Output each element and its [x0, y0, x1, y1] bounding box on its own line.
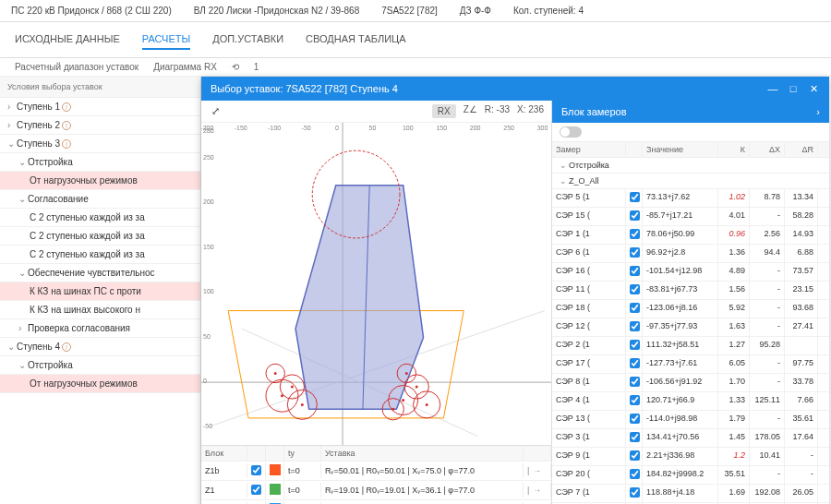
- action-arrow-icon[interactable]: →: [533, 486, 541, 495]
- tree-item-14[interactable]: ⌄Отстройка: [0, 356, 200, 375]
- col-ty: ty: [284, 446, 321, 461]
- meas-dr: 93.68: [785, 300, 818, 318]
- svg-point-17: [402, 399, 404, 402]
- maximize-icon[interactable]: □: [787, 82, 800, 95]
- tree-item-10[interactable]: К КЗ на шинах ПС с проти: [0, 282, 200, 301]
- meas-dr: 73.57: [785, 263, 818, 281]
- close-icon[interactable]: ✕: [807, 82, 820, 95]
- tree-item-7[interactable]: С 2 ступенью каждой из за: [0, 227, 200, 246]
- meas-check[interactable]: [630, 414, 640, 424]
- rx-diagram-canvas[interactable]: -200-150-100-50050100150200250300-500501…: [201, 123, 551, 445]
- mode-z-button[interactable]: Z∠: [464, 104, 477, 118]
- minimize-icon[interactable]: —: [766, 82, 779, 95]
- action-arrow-icon[interactable]: →: [533, 466, 541, 475]
- action-edit-icon[interactable]: |: [527, 486, 529, 495]
- measurements-toggle[interactable]: [560, 126, 582, 138]
- meas-check[interactable]: [630, 229, 640, 239]
- meas-check[interactable]: [630, 321, 640, 331]
- zone-name: Z1b: [201, 463, 247, 478]
- meas-check[interactable]: [630, 432, 640, 442]
- tree-item-12[interactable]: ›Проверка согласования: [0, 319, 200, 338]
- tree-item-4[interactable]: От нагрузочных режимов: [0, 172, 200, 190]
- tree-item-6[interactable]: С 2 ступенью каждой из за: [0, 209, 200, 227]
- meas-check[interactable]: [630, 395, 640, 405]
- meas-row-13: СЭР 3 (1134.41+j70.561.45178.0517.64: [552, 429, 829, 448]
- bc-1[interactable]: ВЛ 220 Лиски -Придонская N2 / 39-868: [190, 4, 363, 18]
- tab-summary-table[interactable]: СВОДНАЯ ТАБЛИЦА: [306, 30, 405, 50]
- meas-value: -101.54+j12.98: [643, 263, 718, 281]
- chevron-icon: ›: [7, 102, 17, 112]
- meas-check[interactable]: [630, 469, 640, 479]
- meas-check[interactable]: [630, 210, 640, 221]
- meas-row-11: СЭР 4 (1120.71+j66.91.33125.117.66: [552, 392, 829, 411]
- meas-check[interactable]: [630, 247, 640, 258]
- zone-ty: t=0: [284, 483, 321, 498]
- group-otstroyka[interactable]: ⌄Отстройка: [552, 158, 829, 174]
- tree-item-15[interactable]: От нагрузочных режимов: [0, 375, 200, 393]
- meas-dr: 35.61: [785, 411, 818, 428]
- meas-check[interactable]: [630, 377, 640, 387]
- chart-toolbar: ⤢ RX Z∠ R: -33 X: 236: [201, 101, 551, 123]
- meas-row-14: СЭР 9 (12.21+j336.981.210.41-: [552, 448, 829, 466]
- meas-name: СЭР 1 (1: [552, 226, 626, 244]
- meas-value: 73.13+j7.62: [643, 189, 718, 207]
- tree-item-0[interactable]: ›Ступень 1!: [0, 98, 200, 116]
- measurements-title[interactable]: Блок замеров ›: [552, 101, 829, 123]
- tab-source-data[interactable]: ИСХОДНЫЕ ДАННЫЕ: [15, 30, 120, 50]
- dialog-titlebar[interactable]: Выбор уставок: 7SA522 [782] Ступень 4 — …: [201, 77, 829, 101]
- meas-dr: -: [785, 448, 818, 465]
- bc-4: Кол. ступеней: 4: [510, 4, 587, 18]
- tab-calculations[interactable]: РАСЧЕТЫ: [142, 30, 190, 50]
- meas-k: 0.96: [718, 226, 750, 244]
- meas-check[interactable]: [630, 303, 640, 313]
- meas-check[interactable]: [630, 358, 640, 368]
- action-edit-icon[interactable]: |: [527, 466, 529, 475]
- chevron-right-icon[interactable]: ›: [816, 106, 820, 117]
- diagram-rx-button[interactable]: Диаграмма RX: [153, 62, 217, 72]
- meas-name: СЭР 7 (1: [552, 485, 626, 502]
- meas-check[interactable]: [630, 487, 640, 498]
- zoom-reset-icon[interactable]: ⟲: [232, 62, 239, 72]
- meas-dx: -: [750, 466, 785, 484]
- svg-point-21: [426, 403, 428, 406]
- group-z-o-all[interactable]: ⌄Z_O_All: [552, 174, 829, 189]
- meas-value: 111.32+j58.51: [643, 337, 718, 354]
- meas-name: СЭР 3 (1: [552, 429, 626, 447]
- meas-row-6: СЭР 18 (-123.06+j8.165.92-93.68: [552, 300, 829, 318]
- tree-item-1[interactable]: ›Ступень 2!: [0, 116, 200, 135]
- meas-k: 4.01: [718, 208, 750, 225]
- tree-item-5[interactable]: ⌄Согласование: [0, 190, 200, 209]
- svg-point-15: [274, 372, 277, 375]
- meas-row-1: СЭР 15 (-85.7+j17.214.01-58.28: [552, 208, 829, 226]
- tree-item-9[interactable]: ⌄Обеспечение чувствительнос: [0, 264, 200, 282]
- tree-item-11[interactable]: К КЗ на шинах высокого н: [0, 301, 200, 319]
- meas-row-0: СЭР 5 (173.13+j7.621.028.7813.34: [552, 189, 829, 208]
- meas-dx: -: [750, 374, 785, 391]
- tree-item-2[interactable]: ⌄Ступень 3!: [0, 135, 200, 153]
- bc-3[interactable]: ДЗ Ф-Ф: [456, 4, 495, 18]
- calc-range-button[interactable]: Расчетный диапазон уставок: [15, 62, 138, 72]
- meas-check[interactable]: [630, 192, 640, 202]
- bc-2[interactable]: 7SA522 [782]: [378, 4, 441, 18]
- zone-check[interactable]: [251, 485, 261, 495]
- meas-check[interactable]: [630, 340, 640, 350]
- meas-check[interactable]: [630, 450, 640, 461]
- meas-name: СЭР 9 (1: [552, 448, 626, 465]
- meas-row-10: СЭР 8 (1-106.56+j91.921.70-33.78: [552, 374, 829, 392]
- tab-extra-settings[interactable]: ДОП.УСТАВКИ: [212, 30, 283, 50]
- tree-item-13[interactable]: ⌄Ступень 4!: [0, 338, 200, 356]
- bc-0[interactable]: ПС 220 кВ Придонск / 868 (2 СШ 220): [7, 4, 175, 18]
- meas-check[interactable]: [630, 284, 640, 294]
- zone-ty: t=0: [284, 463, 321, 478]
- meas-k: 1.27: [718, 337, 750, 354]
- tree-item-3[interactable]: ⌄Отстройка: [0, 153, 200, 172]
- tree-item-8[interactable]: С 2 ступенью каждой из за: [0, 246, 200, 264]
- meas-k: 35.51: [718, 466, 750, 484]
- coord-x: X: 236: [517, 104, 544, 118]
- meas-dr: -: [785, 466, 818, 484]
- zone-check[interactable]: [251, 465, 261, 475]
- measurements-pane: Блок замеров › Замер Значение К ΔX ΔR ⌄О…: [552, 101, 829, 504]
- expand-icon[interactable]: ⤢: [209, 105, 222, 118]
- mode-rx-button[interactable]: RX: [432, 104, 456, 118]
- meas-check[interactable]: [630, 266, 640, 276]
